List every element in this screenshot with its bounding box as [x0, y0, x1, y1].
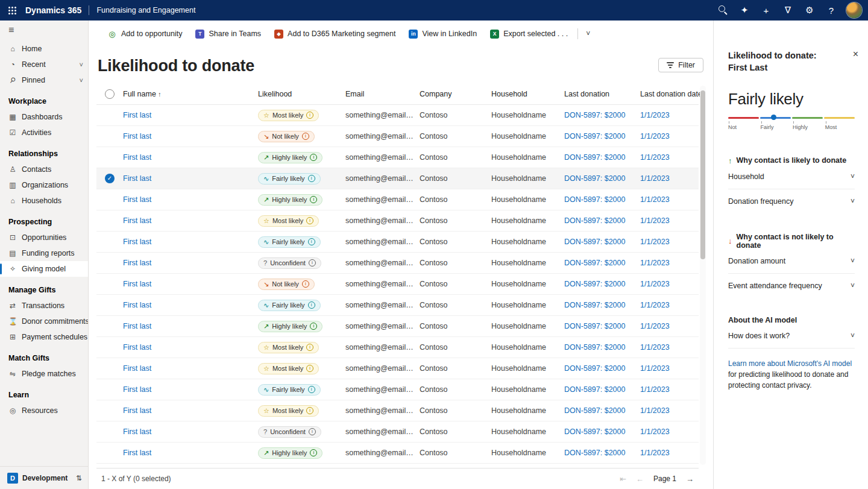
contact-name-link[interactable]: First last [123, 280, 151, 288]
contact-name-link[interactable]: First last [123, 259, 151, 267]
table-row[interactable]: First last☆Most likelysomething@email.co… [96, 400, 699, 421]
info-icon[interactable] [306, 344, 313, 351]
last-donation-date-link[interactable]: 1/1/2023 [640, 322, 670, 330]
environment-toggle-icon[interactable]: ⇅ [76, 474, 82, 482]
accordion-household[interactable]: Household˅ [728, 165, 855, 189]
last-donation-link[interactable]: DON-5897: $2000 [564, 174, 625, 183]
sidebar-item-giving-model[interactable]: ✧Giving model [0, 261, 88, 277]
sidebar-item-home[interactable]: ⌂Home [0, 41, 88, 57]
last-donation-date-link[interactable]: 1/1/2023 [640, 427, 670, 436]
settings-gear-icon[interactable]: ⚙ [799, 1, 820, 20]
last-donation-date-link[interactable]: 1/1/2023 [640, 343, 670, 352]
column-header-email[interactable]: Email [345, 90, 420, 98]
table-row[interactable]: First last↘Not likelysomething@email.com… [96, 126, 699, 147]
sidebar-item-households[interactable]: ⌂Households [0, 193, 88, 209]
info-icon[interactable] [306, 407, 313, 414]
first-page-icon[interactable]: ⇤ [620, 475, 626, 484]
view-in-linkedin-button[interactable]: inView in LinkedIn [402, 26, 483, 42]
info-icon[interactable] [308, 386, 315, 393]
row-checkbox-checked[interactable]: ✓ [105, 174, 115, 183]
contact-name-link[interactable]: First last [123, 132, 151, 140]
accordion-donation-frequency[interactable]: Donation frequency˅ [728, 189, 855, 213]
help-icon[interactable]: ? [821, 1, 841, 20]
last-donation-date-link[interactable]: 1/1/2023 [640, 216, 670, 225]
info-icon[interactable] [310, 196, 317, 203]
last-donation-link[interactable]: DON-5897: $2000 [564, 343, 625, 352]
info-icon[interactable] [308, 175, 315, 182]
table-row[interactable]: First last↗Highly likelysomething@email.… [96, 443, 699, 464]
table-row[interactable]: First last↗Highly likelysomething@email.… [96, 147, 699, 168]
info-icon[interactable] [302, 133, 309, 140]
last-donation-link[interactable]: DON-5897: $2000 [564, 449, 625, 457]
info-icon[interactable] [308, 238, 315, 245]
sitemap-collapse-icon[interactable]: ≡ [0, 21, 88, 40]
contact-name-link[interactable]: First last [123, 111, 151, 119]
contact-name-link[interactable]: First last [123, 406, 151, 415]
contact-name-link[interactable]: First last [123, 364, 151, 373]
next-page-icon[interactable]: → [686, 475, 694, 484]
contact-name-link[interactable]: First last [123, 449, 151, 457]
sidebar-item-opportunities[interactable]: ⊡Opportunities [0, 230, 88, 245]
last-donation-date-link[interactable]: 1/1/2023 [640, 153, 670, 162]
sidebar-item-contacts[interactable]: ♙Contacts [0, 162, 88, 177]
contact-name-link[interactable]: First last [123, 427, 151, 436]
table-row[interactable]: First last↗Highly likelysomething@email.… [96, 316, 699, 337]
info-icon[interactable] [306, 365, 313, 372]
last-donation-link[interactable]: DON-5897: $2000 [564, 406, 625, 415]
user-avatar[interactable] [846, 2, 862, 18]
last-donation-date-link[interactable]: 1/1/2023 [640, 449, 670, 457]
info-icon[interactable] [308, 301, 315, 309]
contact-name-link[interactable]: First last [123, 385, 151, 394]
last-donation-link[interactable]: DON-5897: $2000 [564, 259, 625, 267]
last-donation-link[interactable]: DON-5897: $2000 [564, 322, 625, 330]
sidebar-item-recent[interactable]: ◔Recent˅ [0, 57, 88, 72]
info-icon[interactable] [309, 428, 316, 435]
sidebar-item-transactions[interactable]: ⇄Transactions [0, 298, 88, 314]
contact-name-link[interactable]: First last [123, 322, 151, 330]
last-donation-date-link[interactable]: 1/1/2023 [640, 238, 670, 246]
learn-more-link[interactable]: Learn more about Microsoft's AI model [728, 359, 852, 368]
info-icon[interactable] [310, 154, 317, 161]
environment-switcher[interactable]: D Development ⇅ [0, 466, 88, 489]
search-icon[interactable] [712, 1, 733, 20]
table-row[interactable]: First last↘Not likelysomething@email.com… [96, 274, 699, 295]
contact-name-link[interactable]: First last [123, 301, 151, 309]
last-donation-date-link[interactable]: 1/1/2023 [640, 301, 670, 309]
sidebar-item-dashboards[interactable]: ▦Dashboards [0, 109, 88, 125]
info-icon[interactable] [306, 112, 313, 119]
last-donation-link[interactable]: DON-5897: $2000 [564, 238, 625, 246]
last-donation-link[interactable]: DON-5897: $2000 [564, 280, 625, 288]
export-selected-button[interactable]: XExport selected . . . [483, 26, 574, 42]
table-row[interactable]: First last?Unconfidentsomething@email.co… [96, 253, 699, 274]
last-donation-date-link[interactable]: 1/1/2023 [640, 280, 670, 288]
table-row[interactable]: First last↗Highly likelysomething@email.… [96, 189, 699, 210]
last-donation-link[interactable]: DON-5897: $2000 [564, 195, 625, 204]
column-header-full-name[interactable]: Full name ↑ [123, 90, 258, 98]
table-row[interactable]: First last?Unconfidentsomething@email.co… [96, 421, 699, 443]
last-donation-date-link[interactable]: 1/1/2023 [640, 132, 670, 140]
overflow-chevron-icon[interactable]: ˅ [581, 30, 595, 38]
select-all-checkbox[interactable] [105, 89, 115, 99]
accordion-donation-amount[interactable]: Donation amount˅ [728, 250, 855, 274]
last-donation-link[interactable]: DON-5897: $2000 [564, 385, 625, 394]
info-icon[interactable] [306, 217, 313, 224]
accordion-event-attendance-frequency[interactable]: Event attendance frequency˅ [728, 274, 855, 298]
contact-name-link[interactable]: First last [123, 153, 151, 162]
table-row[interactable]: ✓First last∿Fairly likelysomething@email… [96, 168, 699, 189]
last-donation-date-link[interactable]: 1/1/2023 [640, 364, 670, 373]
column-header-last-donation[interactable]: Last donation [564, 90, 640, 98]
last-donation-date-link[interactable]: 1/1/2023 [640, 174, 670, 183]
sidebar-item-funding-reports[interactable]: ▤Funding reports [0, 245, 88, 261]
previous-page-icon[interactable]: ← [636, 475, 644, 484]
close-icon[interactable]: × [853, 49, 858, 59]
last-donation-date-link[interactable]: 1/1/2023 [640, 195, 670, 204]
share-in-teams-button[interactable]: TShare in Teams [189, 26, 268, 42]
sidebar-item-activities[interactable]: ☑Activities [0, 125, 88, 140]
waffle-menu-icon[interactable] [0, 0, 24, 21]
column-header-household[interactable]: Household [491, 90, 564, 98]
table-row[interactable]: First last☆Most likelysomething@email.co… [96, 105, 699, 126]
table-row[interactable]: First last∿Fairly likelysomething@email.… [96, 379, 699, 400]
column-header-likelihood[interactable]: Likelihood [258, 90, 345, 98]
table-row[interactable]: First last∿Fairly likelysomething@email.… [96, 232, 699, 253]
last-donation-date-link[interactable]: 1/1/2023 [640, 385, 670, 394]
